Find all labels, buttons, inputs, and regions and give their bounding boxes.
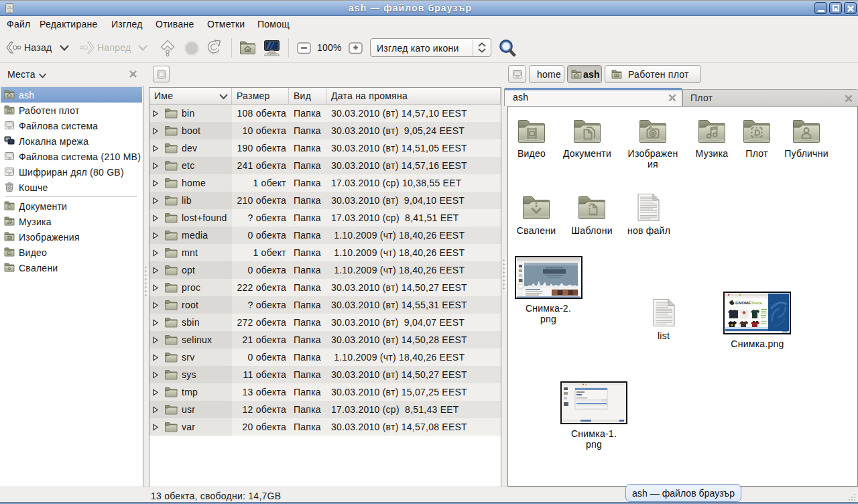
svg-text:GNOME: GNOME (735, 300, 751, 305)
svg-text:Store: Store (751, 300, 762, 305)
